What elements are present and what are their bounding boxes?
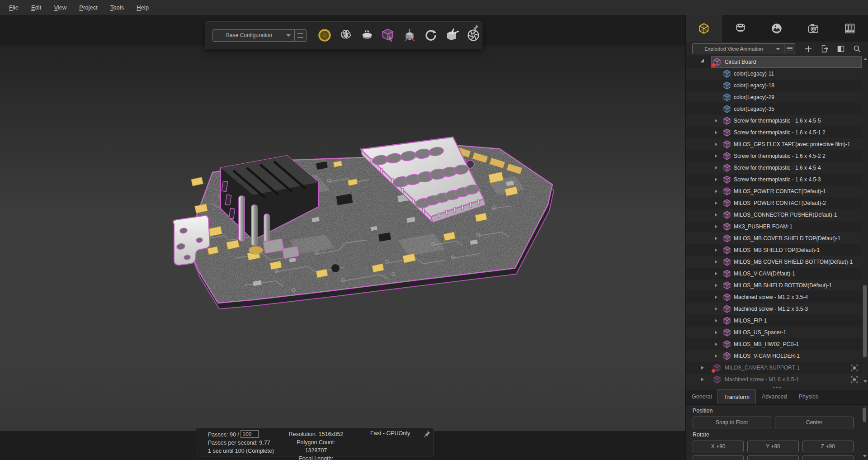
tree-item[interactable]: MILOS_MB_HW02_PCB-1 — [686, 338, 868, 350]
passes-limit-input[interactable] — [241, 430, 259, 438]
environment-ring-button[interactable] — [316, 27, 333, 43]
expand-arrow-icon[interactable] — [715, 342, 717, 346]
tree-item[interactable]: Machined screw - M1.6 x 6.5-1 — [686, 374, 868, 384]
expand-arrow-icon[interactable] — [715, 237, 717, 240]
tree-item[interactable]: MILOS_MB SHIELD BOTTOM(Défaut)-1 — [686, 280, 868, 291]
tab-environment[interactable] — [759, 15, 795, 42]
ai-brain-button[interactable] — [338, 27, 354, 43]
scroll-down-icon[interactable] — [863, 380, 867, 383]
tree-item[interactable]: MILOS_FIP-1 — [686, 315, 868, 327]
expand-arrow-icon[interactable] — [715, 142, 717, 146]
expand-arrow-icon[interactable] — [715, 307, 717, 311]
tree-item[interactable]: MILOS_CAMERA SUPPORT-1 — [686, 362, 868, 374]
expand-arrow-icon[interactable] — [715, 272, 717, 275]
fit-object-button[interactable] — [444, 27, 460, 43]
reset-camera-button[interactable] — [423, 27, 439, 43]
rotate-y-button[interactable]: Y +90 — [747, 441, 798, 452]
tree-item[interactable]: Screw for thermoplastic - 1.6 x 4.5-1 2 — [686, 127, 868, 138]
configuration-list-button[interactable] — [295, 29, 307, 42]
tree-item[interactable]: MILOS_CONNECTOR PUSHER(Défaut)-1 — [686, 209, 868, 221]
tree-item[interactable]: MILOS_GPS FLEX TAPE(avec protective film… — [686, 138, 868, 150]
expand-arrow-icon[interactable] — [715, 166, 717, 170]
expand-arrow-icon[interactable] — [715, 154, 717, 158]
orientation-gizmo-button[interactable] — [401, 27, 418, 43]
center-button[interactable]: Center — [775, 417, 854, 428]
collapse-arrow-icon[interactable] — [700, 59, 704, 62]
expand-arrow-icon[interactable] — [715, 131, 717, 134]
tab-cameras[interactable] — [795, 15, 832, 42]
expand-arrow-icon[interactable] — [715, 178, 717, 181]
tree-item[interactable]: MK3_PUSHER FOAM-1 — [686, 221, 868, 232]
scroll-up-icon[interactable] — [863, 58, 867, 60]
tree-scrollbar-thumb[interactable] — [863, 285, 867, 357]
menu-edit[interactable]: Edit — [25, 0, 47, 15]
tab-general[interactable]: General — [686, 389, 717, 404]
properties-scrollbar-thumb[interactable] — [863, 408, 866, 422]
expand-arrow-icon[interactable] — [715, 225, 717, 228]
tree-item[interactable]: Screw for thermoplastic - 1.6 x 4.5-5 — [686, 115, 868, 127]
expand-arrow-icon[interactable] — [701, 378, 704, 381]
tab-images[interactable] — [831, 15, 868, 42]
tree-item[interactable]: MILOS_MB COVER SHIELD BOTTOM(Défaut)-1 — [686, 256, 868, 268]
tree-item[interactable]: color(Legacy)-11 — [686, 68, 868, 80]
partial-button[interactable] — [802, 455, 854, 460]
toolbar-pin-icon[interactable] — [471, 24, 479, 32]
turntable-button[interactable] — [359, 27, 375, 43]
partial-button[interactable] — [747, 455, 798, 460]
tree-item[interactable]: color(Legacy)-18 — [686, 80, 868, 91]
stats-pin-icon[interactable] — [423, 430, 431, 438]
tab-advanced[interactable]: Advanced — [756, 389, 793, 404]
render-area[interactable] — [0, 46, 685, 431]
tab-materials[interactable] — [722, 15, 759, 42]
animation-list-button[interactable] — [784, 43, 795, 54]
tree-item[interactable]: Screw for thermoplastic - 1.6 x 4.5-3 — [686, 174, 868, 185]
scroll-down-icon[interactable] — [863, 455, 867, 457]
partial-button[interactable] — [693, 455, 744, 460]
expand-arrow-icon[interactable] — [715, 190, 717, 193]
tree-item[interactable]: MILOS_US_Spacer-1 — [686, 327, 868, 338]
search-button[interactable] — [852, 44, 862, 54]
tree-item[interactable]: MILOS_POWER CONTACT(Défaut)-1 — [686, 185, 868, 197]
expand-arrow-icon[interactable] — [715, 354, 717, 358]
tree-scrollbar[interactable] — [862, 56, 868, 384]
tree-item[interactable]: Screw for thermoplastic - 1.6 x 4.5-2 2 — [686, 150, 868, 162]
tree-item[interactable]: MILOS_V-CAM(Défaut)-1 — [686, 268, 868, 280]
expand-arrow-icon[interactable] — [715, 295, 717, 299]
viewport[interactable]: Base Configuration — [0, 15, 685, 460]
menu-view[interactable]: View — [47, 0, 73, 15]
expand-arrow-icon[interactable] — [715, 119, 717, 123]
properties-scrollbar[interactable] — [862, 406, 867, 459]
expand-arrow-icon[interactable] — [715, 260, 717, 264]
export-button[interactable] — [820, 44, 830, 54]
rotate-x-button[interactable]: X +90 — [693, 441, 744, 452]
tree-item[interactable]: Screw for thermoplastic - 1.6 x 4.5-4 — [686, 162, 868, 174]
tree-item[interactable]: MILOS_MB SHIELD TOP(Défaut)-1 — [686, 244, 868, 256]
rotate-z-button[interactable]: Z +90 — [802, 441, 854, 452]
expand-arrow-icon[interactable] — [715, 248, 717, 252]
render-visibility-icon[interactable] — [850, 364, 858, 372]
menu-project[interactable]: Project — [73, 0, 104, 15]
add-button[interactable] — [803, 44, 813, 54]
move-tool-button[interactable] — [380, 27, 396, 43]
tab-transform[interactable]: Transform — [717, 389, 756, 404]
split-view-button[interactable] — [836, 44, 846, 54]
menu-file[interactable]: File — [3, 0, 25, 15]
expand-arrow-icon[interactable] — [715, 201, 717, 205]
expand-arrow-icon[interactable] — [715, 213, 717, 217]
configuration-select[interactable]: Base Configuration — [212, 29, 295, 42]
tree-item[interactable]: MILOS_POWER CONTACT(Défaut)-2 — [686, 197, 868, 209]
menu-tools[interactable]: Tools — [104, 0, 130, 15]
expand-arrow-icon[interactable] — [715, 331, 717, 334]
tree-item[interactable]: color(Legacy)-29 — [686, 91, 868, 103]
expand-arrow-icon[interactable] — [701, 366, 704, 370]
tree-item[interactable]: Machined screw - M1.2 x 3.5-3 — [686, 303, 868, 315]
tree-item[interactable]: MILOS_MB COVER SHIELD TOP(Défaut)-1 — [686, 232, 868, 244]
tab-scene[interactable] — [686, 15, 722, 42]
render-visibility-icon[interactable] — [850, 376, 858, 384]
tree-item[interactable]: color(Legacy)-35 — [686, 103, 868, 115]
menu-help[interactable]: Help — [130, 0, 155, 15]
tree-item[interactable]: MILOS_V-CAM HOLDER-1 — [686, 350, 868, 362]
tab-physics[interactable]: Physics — [793, 389, 824, 404]
expand-arrow-icon[interactable] — [715, 319, 717, 322]
tree-item[interactable]: Circuit Board — [686, 56, 868, 68]
